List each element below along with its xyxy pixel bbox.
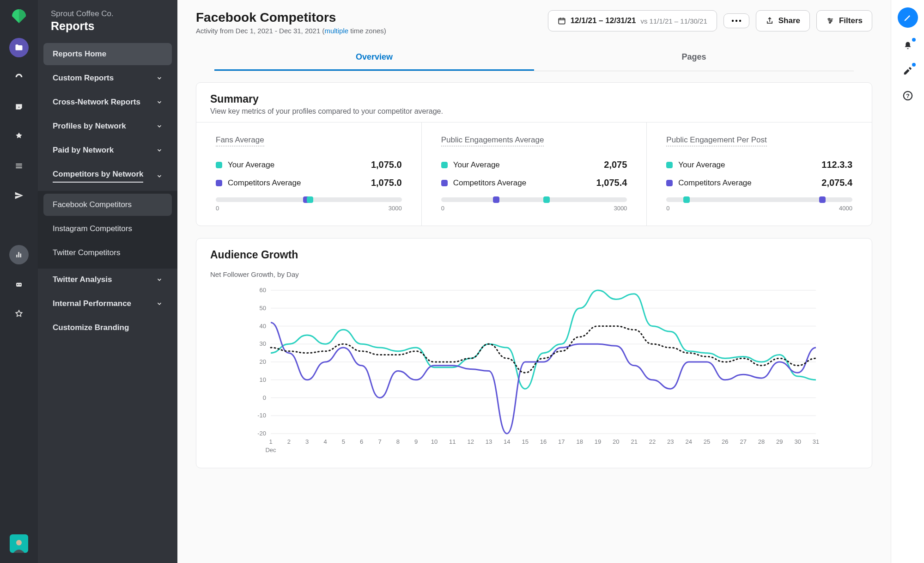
nav-profiles[interactable]: Profiles by Network [43, 115, 172, 137]
chevron-down-icon [156, 147, 163, 153]
svg-text:18: 18 [576, 438, 583, 445]
svg-text:14: 14 [504, 438, 510, 445]
chevron-down-icon [156, 75, 163, 81]
nav-bot-icon[interactable] [9, 275, 29, 294]
nav-folder-icon[interactable] [9, 38, 29, 57]
nav-reports-icon[interactable] [9, 245, 29, 264]
notifications-button[interactable] [901, 39, 915, 53]
svg-text:23: 23 [667, 438, 674, 445]
svg-text:Dec: Dec [265, 447, 276, 453]
nav-cross-network[interactable]: Cross-Network Reports [43, 91, 172, 113]
nav-listening-icon[interactable] [9, 215, 29, 235]
share-icon [766, 17, 774, 25]
svg-text:30: 30 [260, 340, 266, 347]
nav-list-icon[interactable] [9, 156, 29, 176]
svg-point-5 [732, 20, 734, 22]
svg-text:?: ? [906, 92, 910, 99]
help-icon: ? [903, 91, 913, 101]
svg-text:0: 0 [263, 394, 266, 401]
metric-comp-label: Competitors Average [228, 178, 301, 188]
metric-comp-value: 1,075.0 [371, 177, 402, 188]
svg-text:40: 40 [260, 323, 266, 330]
feedback-button[interactable] [901, 64, 915, 78]
svg-text:28: 28 [758, 438, 765, 445]
tab-pages[interactable]: Pages [534, 45, 854, 71]
filters-icon [826, 17, 834, 25]
tab-overview[interactable]: Overview [214, 45, 534, 71]
nav-paid[interactable]: Paid by Network [43, 139, 172, 161]
svg-rect-4 [559, 18, 565, 24]
audience-growth-card: Audience Growth Net Follower Growth, by … [196, 238, 872, 468]
svg-text:7: 7 [378, 438, 381, 445]
nav-internal-perf[interactable]: Internal Performance [43, 293, 172, 315]
chevron-down-icon [156, 276, 163, 283]
chevron-down-icon [156, 123, 163, 129]
svg-text:10: 10 [431, 438, 438, 445]
audience-title: Audience Growth [210, 249, 858, 261]
svg-text:-10: -10 [257, 412, 266, 419]
compose-button[interactable] [898, 7, 918, 28]
svg-text:8: 8 [396, 438, 400, 445]
nav-dashboard-icon[interactable] [9, 67, 29, 87]
metric-comp-value: 1,075.4 [596, 177, 627, 188]
svg-text:31: 31 [813, 438, 819, 445]
svg-text:30: 30 [794, 438, 801, 445]
share-button[interactable]: Share [756, 10, 810, 31]
section-title: Reports [51, 19, 164, 33]
svg-point-2 [19, 284, 21, 286]
svg-text:29: 29 [776, 438, 783, 445]
metric-your-value: 2,075 [604, 159, 627, 170]
metric-block: Public Engagements AverageYour Average2,… [422, 122, 647, 226]
metric-range [216, 197, 402, 202]
metric-comp-value: 2,075.4 [821, 177, 852, 188]
svg-text:3: 3 [305, 438, 309, 445]
metric-your-label: Your Average [453, 160, 500, 170]
svg-text:20: 20 [613, 438, 619, 445]
timezones-link[interactable]: multiple [324, 27, 348, 35]
more-icon [731, 19, 742, 22]
svg-text:20: 20 [260, 358, 266, 365]
summary-desc: View key metrics of your profiles compar… [210, 107, 858, 116]
svg-text:21: 21 [631, 438, 637, 445]
nav-send-icon[interactable] [9, 186, 29, 205]
sub-facebook-competitors[interactable]: Facebook Competitors [43, 194, 172, 216]
user-avatar[interactable] [10, 534, 28, 553]
svg-text:16: 16 [540, 438, 547, 445]
nav-twitter-analysis[interactable]: Twitter Analysis [43, 269, 172, 291]
metric-your-value: 112.3.3 [821, 159, 852, 170]
svg-text:1: 1 [269, 438, 272, 445]
nav-competitors[interactable]: Competitors by Network [43, 163, 172, 189]
svg-point-8 [828, 18, 830, 20]
svg-point-6 [736, 20, 737, 22]
svg-point-10 [829, 22, 831, 23]
svg-text:24: 24 [685, 438, 692, 445]
more-button[interactable] [723, 13, 749, 28]
svg-text:22: 22 [649, 438, 656, 445]
svg-text:19: 19 [595, 438, 601, 445]
metric-comp-label: Competitors Average [678, 178, 751, 188]
nav-custom-reports[interactable]: Custom Reports [43, 67, 172, 89]
sub-instagram-competitors[interactable]: Instagram Competitors [43, 218, 172, 240]
nav-customize-branding[interactable]: Customize Branding [43, 317, 172, 339]
help-button[interactable]: ? [901, 89, 915, 103]
metric-range [666, 197, 852, 202]
chart-subtitle: Net Follower Growth, by Day [210, 270, 858, 278]
metric-block: Public Engagement Per PostYour Average11… [647, 122, 872, 226]
nav-star-icon[interactable] [9, 304, 29, 324]
svg-rect-0 [16, 283, 22, 287]
filters-button[interactable]: Filters [816, 10, 872, 31]
metric-block: Fans AverageYour Average1,075.0Competito… [196, 122, 422, 226]
calendar-icon [558, 17, 566, 25]
nav-pin-icon[interactable] [9, 127, 29, 146]
sub-twitter-competitors[interactable]: Twitter Competitors [43, 242, 172, 264]
sprout-logo-icon[interactable] [11, 8, 27, 24]
svg-text:10: 10 [260, 376, 266, 383]
metric-your-label: Your Average [678, 160, 725, 170]
audience-growth-chart: -20-100102030405060123456789101112131415… [210, 286, 858, 457]
svg-text:-20: -20 [257, 430, 266, 437]
nav-reports-home[interactable]: Reports Home [43, 43, 172, 65]
nav-inbox-icon[interactable] [9, 97, 29, 116]
metric-title: Public Engagement Per Post [666, 135, 766, 147]
summary-title: Summary [210, 93, 858, 105]
date-range-button[interactable]: 12/1/21 – 12/31/21 vs 11/1/21 – 11/30/21 [548, 10, 717, 31]
